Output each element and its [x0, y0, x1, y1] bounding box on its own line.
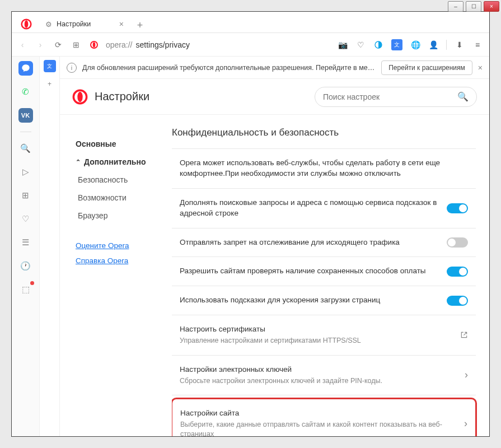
chevron-up-icon: ⌃ [76, 158, 81, 166]
site-settings-text: Настройки сайта Выберите, какие данные о… [180, 408, 457, 436]
opera-logo-icon [21, 18, 32, 30]
url-path: settings/privacy [135, 40, 189, 49]
opera-logo-icon [72, 89, 88, 105]
infobar-close-icon[interactable]: × [478, 63, 483, 72]
messenger-icon[interactable] [18, 61, 33, 76]
adblock-icon[interactable] [373, 40, 383, 50]
extensions-cube-icon[interactable]: ⬚ [18, 282, 33, 297]
profile-icon[interactable]: 👤 [428, 40, 438, 50]
flow-icon[interactable]: ▷ [18, 165, 33, 179]
nav-advanced[interactable]: ⌃ Дополнительно [76, 153, 172, 171]
autocomplete-label: Дополнять поисковые запросы и адреса с п… [180, 198, 440, 219]
dnt-toggle[interactable] [447, 237, 468, 248]
security-keys-text: Настройки электронных ключей Сбросьте на… [180, 365, 458, 386]
history-icon[interactable]: 🕐 [18, 259, 33, 273]
help-opera-link[interactable]: Справка Opera [76, 253, 172, 268]
address-bar-row: ‹ › ⟳ ⊞ opera://settings/privacy 📷 ♡ 文 🌐… [12, 33, 489, 57]
address-actions: 📷 ♡ 文 🌐 👤 ⬇ ≡ [338, 39, 483, 50]
vpn-globe-icon[interactable]: 🌐 [410, 40, 420, 50]
extension-infobar: i Для обновления расширений требуются до… [60, 57, 489, 79]
window-controls: – ☐ × [448, 1, 499, 12]
payment-check-label: Разрешить сайтам проверять наличие сохра… [180, 266, 440, 277]
certificates-row[interactable]: Настроить сертификаты Управление настрой… [172, 315, 476, 355]
nav-security[interactable]: Безопасность [78, 171, 172, 189]
search-input[interactable] [323, 92, 453, 101]
personal-news-icon[interactable]: ☰ [18, 235, 33, 250]
section-title: Конфиденциальность и безопасность [172, 127, 476, 138]
whatsapp-icon[interactable]: ✆ [18, 85, 33, 99]
settings-nav: Основные ⌃ Дополнительно Безопасность Во… [60, 115, 172, 436]
snapshot-icon[interactable]: 📷 [338, 40, 348, 50]
nav-advanced-label: Дополнительно [84, 157, 146, 166]
nav-basic[interactable]: Основные [76, 135, 172, 153]
infobar-text: Для обновления расширений требуются допо… [82, 64, 376, 72]
rate-opera-link[interactable]: Оцените Opera [76, 238, 172, 253]
workspace-add[interactable]: + [44, 78, 56, 90]
chevron-right-icon: › [464, 418, 467, 430]
svg-point-6 [77, 91, 82, 102]
minimize-button[interactable]: – [448, 1, 463, 12]
tab-settings[interactable]: ⚙ Настройки × [40, 16, 129, 32]
site-settings-row[interactable]: Настройки сайта Выберите, какие данные о… [172, 399, 475, 436]
maximize-button[interactable]: ☐ [466, 1, 481, 12]
news-icon[interactable]: ⊞ [18, 188, 33, 203]
url-opera-icon [88, 39, 100, 51]
intro-row: Opera может использовать веб-службы, что… [172, 149, 476, 189]
workspace-tabs: 文 + [40, 57, 60, 436]
site-settings-highlight: Настройки сайта Выберите, какие данные о… [172, 398, 477, 436]
workspace-item[interactable]: 文 [44, 60, 56, 72]
svg-point-3 [93, 42, 96, 47]
back-button[interactable]: ‹ [16, 39, 29, 51]
sidebar-rail: ✆ VK 🔍 ▷ ⊞ ♡ ☰ 🕐 ⬚ [12, 57, 40, 436]
svg-point-1 [25, 20, 29, 27]
dnt-row: Отправлять запрет на отслеживание для ис… [172, 228, 476, 258]
nav-browser[interactable]: Браузер [78, 207, 172, 225]
settings-page: i Для обновления расширений требуются до… [60, 57, 489, 436]
tab-close-icon[interactable]: × [119, 20, 124, 29]
preload-label: Использовать подсказки для ускорения заг… [180, 295, 440, 306]
payment-check-toggle[interactable] [447, 267, 468, 277]
preload-row: Использовать подсказки для ускорения заг… [172, 286, 476, 315]
reload-button[interactable]: ⟳ [52, 39, 64, 51]
autocomplete-row: Дополнять поисковые запросы и адреса с п… [172, 189, 476, 228]
address-url[interactable]: opera://settings/privacy [106, 40, 190, 49]
translate-icon[interactable]: 文 [391, 39, 402, 50]
intro-text: Opera может использовать веб-службы, что… [180, 158, 468, 179]
new-tab-button[interactable]: + [133, 18, 147, 32]
search-rail-icon[interactable]: 🔍 [18, 141, 33, 156]
heart-icon[interactable]: ♡ [355, 40, 366, 50]
close-window-button[interactable]: × [484, 1, 499, 12]
payment-check-row: Разрешить сайтам проверять наличие сохра… [172, 257, 476, 286]
vk-icon[interactable]: VK [18, 108, 33, 123]
settings-header: Настройки 🔍 [60, 79, 489, 115]
settings-body: Основные ⌃ Дополнительно Безопасность Во… [60, 115, 489, 436]
preload-toggle[interactable] [447, 296, 468, 306]
security-keys-row[interactable]: Настройки электронных ключей Сбросьте на… [172, 356, 476, 395]
easy-setup-icon[interactable]: ≡ [472, 40, 483, 50]
settings-content: Конфиденциальность и безопасность Opera … [172, 115, 489, 436]
tab-strip: ⚙ Настройки × + [12, 12, 489, 33]
url-scheme: opera:// [106, 40, 132, 49]
bookmarks-heart-icon[interactable]: ♡ [18, 212, 33, 226]
external-link-icon [460, 331, 468, 339]
browser-window: ⚙ Настройки × + ‹ › ⟳ ⊞ opera://settings… [11, 11, 490, 437]
info-icon: i [67, 63, 77, 73]
dnt-label: Отправлять запрет на отслеживание для ис… [180, 237, 440, 248]
nav-links: Оцените Opera Справка Opera [76, 238, 172, 268]
gear-icon: ⚙ [45, 20, 52, 29]
rail-separator [20, 132, 31, 132]
privacy-panel: Opera может использовать веб-службы, что… [172, 148, 476, 436]
goto-extensions-button[interactable]: Перейти к расширениям [381, 60, 472, 75]
downloads-icon[interactable]: ⬇ [455, 40, 465, 50]
opera-menu-button[interactable] [18, 16, 34, 32]
chevron-right-icon: › [465, 369, 468, 381]
autocomplete-toggle[interactable] [447, 203, 468, 213]
speed-dial-button[interactable]: ⊞ [70, 39, 82, 51]
nav-features[interactable]: Возможности [78, 189, 172, 207]
forward-button[interactable]: › [34, 39, 46, 51]
main-area: ✆ VK 🔍 ▷ ⊞ ♡ ☰ 🕐 ⬚ 文 + i Для обновления … [12, 57, 489, 436]
tab-title: Настройки [57, 20, 91, 28]
separator [446, 40, 447, 50]
settings-search[interactable]: 🔍 [315, 87, 477, 107]
page-title: Настройки [95, 90, 149, 103]
